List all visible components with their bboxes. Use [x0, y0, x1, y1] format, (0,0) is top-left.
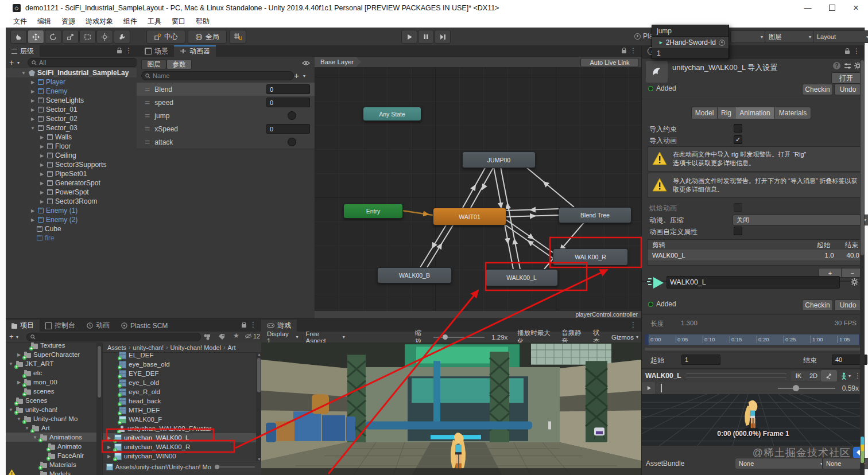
thumbnail-size-slider[interactable]	[215, 466, 255, 468]
folder-row-unity-chan-model[interactable]: ▼+Unity-chan! Mo	[6, 414, 102, 423]
kebab-icon[interactable]: ⋮	[853, 47, 860, 55]
display-dropdown[interactable]: Display 1▾	[261, 330, 302, 344]
asset-row-eye-def[interactable]: +EYE_DEF	[103, 369, 261, 378]
checkin-button[interactable]: Checkin	[802, 299, 833, 311]
layers-dropdown[interactable]: 图层▾	[765, 30, 815, 43]
grid-snap-icon[interactable]	[229, 30, 246, 44]
timeline-scrollbar[interactable]	[645, 348, 862, 351]
asset-row-el-def[interactable]: +EL_DEF	[103, 351, 261, 360]
parameter-row[interactable]: =xSpeed 0	[137, 122, 315, 136]
state-node-walk00-r[interactable]: WALK00_R	[553, 248, 628, 266]
eye-icon[interactable]	[302, 60, 310, 66]
undo-button[interactable]: Undo	[834, 299, 862, 311]
tab-rig[interactable]: Rig	[718, 107, 735, 119]
layers-tab-button[interactable]: 图层	[141, 59, 166, 69]
asset-row-eye-base-old[interactable]: +eye_base_old	[103, 360, 261, 369]
hierarchy-row-sector3supports[interactable]: ▶Sector3Supports	[6, 160, 137, 169]
folder-row-unity-chan[interactable]: ▼+unity-chan!	[6, 405, 102, 414]
asset-row-eye-l-old[interactable]: +eye_L_old	[103, 378, 261, 387]
pivot-gizmo-button[interactable]	[821, 370, 837, 381]
asset-row-win00[interactable]: ▶+unitychan_WIN00	[103, 451, 261, 461]
kebab-icon[interactable]: ⋮	[630, 46, 637, 54]
anim-compression-dropdown[interactable]: 关闭▾	[733, 215, 868, 225]
hidden-packages-count[interactable]: 12	[245, 333, 260, 340]
import-constraints-checkbox[interactable]	[734, 124, 742, 133]
close-button[interactable]: ×	[844, 3, 868, 13]
hierarchy-row-sector02[interactable]: ▶Sector_02	[6, 114, 137, 123]
parameter-row[interactable]: =Blend 0	[137, 83, 315, 96]
parameters-tab-button[interactable]: 参数	[166, 59, 192, 69]
tab-materials[interactable]: Materials	[775, 107, 811, 119]
ik-toggle-button[interactable]: IK	[791, 371, 806, 381]
account-button[interactable]: Pla	[634, 32, 653, 40]
hierarchy-row-cube[interactable]: Cube	[6, 224, 137, 233]
hierarchy-row-powerspot[interactable]: ▶PowerSpot	[6, 188, 137, 197]
tab-project[interactable]: 项目	[6, 320, 40, 332]
aspect-dropdown[interactable]: Free Aspect▾	[303, 330, 348, 344]
add-parameter-button[interactable]: +	[294, 71, 299, 80]
list-scrollbar[interactable]: ▲▼	[256, 352, 261, 461]
hidden-dropdown[interactable]: ▾	[730, 30, 767, 43]
attack-trigger-radio[interactable]	[288, 138, 296, 146]
state-node-wait01[interactable]: WAIT01	[433, 208, 506, 225]
status-warning-icon[interactable]: !	[8, 469, 16, 475]
graph-canvas[interactable]: Any State JUMP00 Entry WAIT01 Blend Tree…	[315, 67, 641, 318]
folder-row-supercharacter[interactable]: ▶+SuperCharacter	[6, 350, 102, 359]
maximize-button[interactable]	[820, 5, 844, 11]
minimize-button[interactable]: —	[796, 3, 820, 12]
clip-name-field[interactable]: WALK00_L	[666, 276, 840, 289]
tab-animation[interactable]: 动画	[81, 320, 115, 332]
folder-row-scenes-sub[interactable]: +scenes	[6, 387, 102, 396]
tab-model[interactable]: Model	[691, 107, 718, 119]
tab-animation[interactable]: Animation	[735, 107, 775, 119]
folder-row-faceanim[interactable]: +FaceAnir	[6, 451, 102, 460]
scale-tool-icon[interactable]	[62, 30, 79, 44]
folder-row-scenes[interactable]: +Scenes	[6, 396, 102, 405]
hierarchy-row-enemy[interactable]: ▶Enemy›	[6, 87, 137, 96]
folder-row-etc[interactable]: +etc	[6, 368, 102, 377]
tab-plastic-scm[interactable]: Plastic SCM	[115, 320, 173, 332]
game-viewport[interactable]	[261, 342, 641, 475]
kebab-icon[interactable]: ⋮	[630, 321, 637, 329]
folder-row-materials[interactable]: +Materials	[6, 460, 102, 469]
filter-by-label-icon[interactable]	[218, 333, 225, 340]
play-button[interactable]	[401, 30, 417, 44]
menu-component[interactable]: 组件	[118, 17, 142, 26]
state-node-entry[interactable]: Entry	[343, 204, 403, 219]
timeline-ruler[interactable]: 0:00 0:05 0:10 0:15 0:20 0:25 1:00 1:05	[645, 334, 863, 345]
asset-row-walk00-r[interactable]: ▶+unitychan_WALK00_R	[103, 442, 261, 451]
state-node-blend-tree[interactable]: Blend Tree	[559, 207, 631, 223]
project-search-input[interactable]	[26, 333, 201, 341]
parameter-search-input[interactable]: Name	[141, 71, 294, 80]
menu-window[interactable]: 窗口	[166, 17, 191, 26]
hierarchy-row-sector3room[interactable]: ▶Sector3Room	[6, 197, 137, 206]
preview-drag-lines[interactable]	[686, 373, 786, 378]
popup-row-jump[interactable]: jump	[652, 25, 728, 37]
menu-gameobject[interactable]: 游戏对象	[80, 17, 118, 26]
layout-dropdown[interactable]: Layout▾	[813, 30, 868, 43]
blend-value-field[interactable]: 0	[266, 84, 310, 94]
hand-tool-icon[interactable]	[10, 30, 27, 44]
tab-animator[interactable]: 动画器	[174, 45, 216, 57]
folder-row-mon00[interactable]: ▶+mon_00	[6, 377, 102, 387]
step-button[interactable]	[435, 30, 451, 44]
menu-edit[interactable]: 编辑	[32, 17, 56, 26]
open-button[interactable]: 打开	[831, 72, 861, 84]
avatar-preview-button[interactable]: ▾	[837, 372, 854, 380]
scale-slider[interactable]	[433, 337, 485, 338]
folder-row-art[interactable]: ▼+Art	[6, 423, 102, 433]
preview-scrub-cursor[interactable]	[661, 384, 662, 392]
custom-tool-icon[interactable]	[114, 30, 130, 44]
filter-by-type-icon[interactable]	[203, 333, 211, 340]
create-button[interactable]: +	[9, 332, 14, 341]
folder-row-models[interactable]: +Models	[6, 469, 102, 475]
lock-icon[interactable]	[242, 324, 246, 328]
preview-speed-slider[interactable]	[778, 388, 835, 389]
folder-row-jkt-art[interactable]: ▼+JKT_ART	[6, 359, 102, 368]
rotate-tool-icon[interactable]	[45, 30, 61, 44]
menu-help[interactable]: 帮助	[191, 17, 215, 26]
move-tool-icon[interactable]	[28, 30, 44, 44]
hierarchy-row-walls[interactable]: ▶Walls	[6, 133, 137, 142]
tab-hierarchy[interactable]: 层级	[6, 45, 40, 57]
xspeed-value-field[interactable]: 0	[266, 124, 310, 134]
